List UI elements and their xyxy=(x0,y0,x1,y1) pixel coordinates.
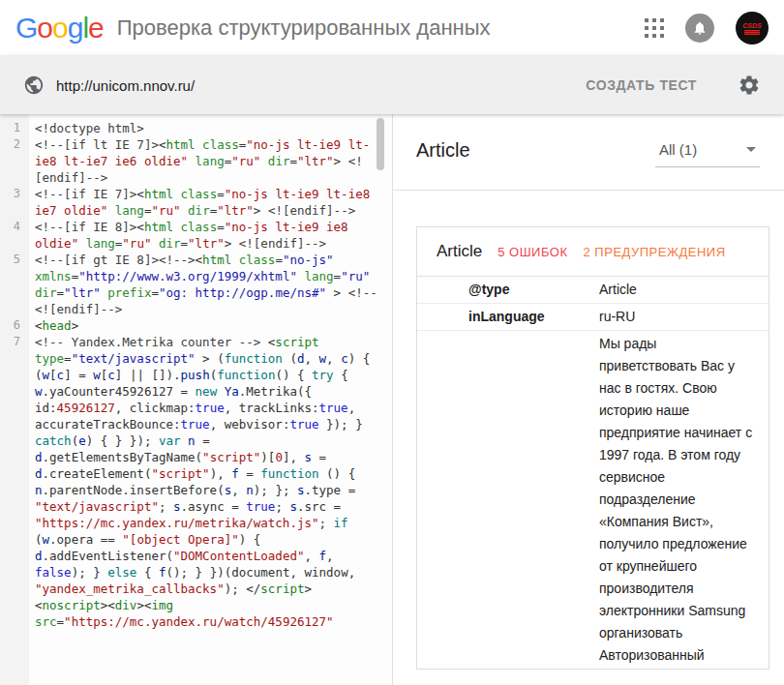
result-panel: Article All (1) Article 5 ОШИБОК 2 ПРЕДУ… xyxy=(392,114,784,685)
code-line: 1<!doctype html> xyxy=(0,120,392,136)
globe-icon xyxy=(23,74,45,96)
avatar-logo-bar xyxy=(744,30,760,35)
line-number: 6 xyxy=(0,317,29,334)
logo-letter: g xyxy=(68,12,83,44)
create-test-button[interactable]: СОЗДАТЬ ТЕСТ xyxy=(586,77,697,93)
logo-letter: o xyxy=(52,12,68,44)
property-row: inLanguageru-RU xyxy=(417,304,769,331)
google-logo: Google xyxy=(15,12,104,45)
line-number: 7 xyxy=(0,334,29,630)
logo-letter: e xyxy=(88,12,104,44)
card-title: Article xyxy=(437,242,482,261)
property-value: ru-RU xyxy=(599,306,769,328)
code-lines: 1<!doctype html>2<!--[if lt IE 7]><html … xyxy=(0,114,392,630)
property-row: Мы рады приветствовать Вас у нас в гостя… xyxy=(417,331,769,669)
url-toolbar: http://unicom.nnov.ru/ СОЗДАТЬ ТЕСТ xyxy=(0,56,784,114)
code-line: 2<!--[if lt IE 7]><html class="no-js lt-… xyxy=(0,136,392,186)
line-number: 5 xyxy=(0,252,29,317)
app-header: Google Проверка структурированных данных… xyxy=(0,0,784,56)
structured-data-testing-tool: Google Проверка структурированных данных… xyxy=(0,0,784,685)
page-title: Проверка структурированных данных xyxy=(117,15,645,41)
code-line: 7<!-- Yandex.Metrika counter --> <script… xyxy=(0,334,392,630)
tested-url[interactable]: http://unicom.nnov.ru/ xyxy=(56,77,586,94)
avatar[interactable]: CSDS xyxy=(736,12,769,45)
line-number: 3 xyxy=(0,186,29,219)
logo-letter: o xyxy=(37,12,52,44)
chevron-down-icon xyxy=(746,147,756,152)
property-table: @typeArticleinLanguageru-RUМы рады приве… xyxy=(417,277,769,669)
errors-count-label[interactable]: 5 ОШИБОК xyxy=(498,245,567,259)
property-name xyxy=(417,333,599,667)
code-scrollbar-thumb[interactable] xyxy=(377,118,384,170)
code-line: 6<head> xyxy=(0,317,392,334)
logo-letter: G xyxy=(15,12,37,44)
property-name: @type xyxy=(417,279,599,301)
property-value: Article xyxy=(599,279,769,301)
warnings-count-label[interactable]: 2 ПРЕДУПРЕЖДЕНИЯ xyxy=(584,245,726,259)
code-editor[interactable]: 1<!doctype html>2<!--[if lt IE 7]><html … xyxy=(0,114,392,685)
code-line: 5<!--[if gt IE 8]><!--><html class="no-j… xyxy=(0,252,392,317)
code-line: 4<!--[if IE 8]><html class="no-js lt-ie9… xyxy=(0,219,392,252)
result-filter-select[interactable]: All (1) xyxy=(655,139,760,167)
result-type-title: Article xyxy=(416,139,470,162)
line-number: 1 xyxy=(0,120,29,136)
result-filter-value: All (1) xyxy=(659,141,697,158)
property-name: inLanguage xyxy=(417,306,599,328)
line-number: 4 xyxy=(0,219,29,252)
code-line: 3<!--[if IE 7]><html class="no-js lt-ie9… xyxy=(0,186,392,219)
property-row: @typeArticle xyxy=(417,277,769,304)
settings-gear-icon[interactable] xyxy=(738,74,761,97)
apps-grid-icon[interactable] xyxy=(645,18,664,38)
article-card: Article 5 ОШИБОК 2 ПРЕДУПРЕЖДЕНИЯ @typeA… xyxy=(416,226,769,670)
property-value: Мы рады приветствовать Вас у нас в гостя… xyxy=(599,333,769,667)
notifications-button[interactable] xyxy=(685,14,714,43)
line-number: 2 xyxy=(0,136,29,186)
bell-icon xyxy=(692,20,708,36)
divider xyxy=(393,190,784,191)
